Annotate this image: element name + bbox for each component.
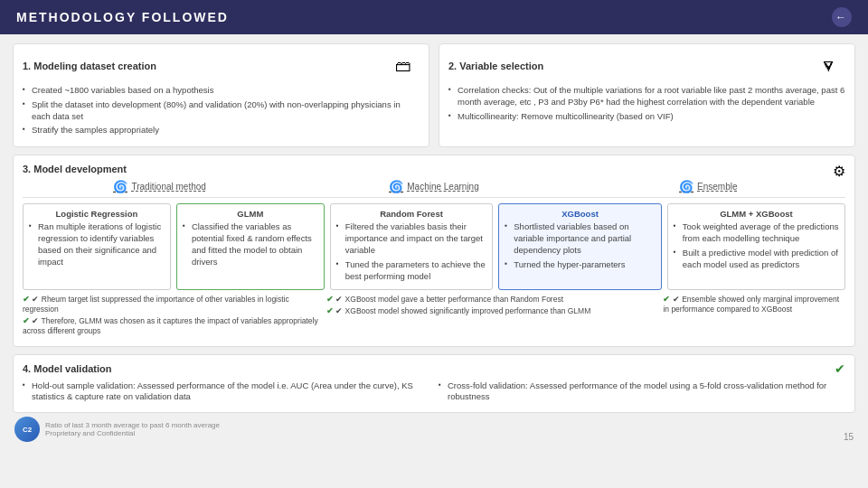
check-ml-2: ✔ ✔ XGBoost model showed significantly i… bbox=[326, 306, 658, 316]
method-traditional-icon: 🌀 bbox=[113, 180, 127, 193]
card-xgboost-bullets: Shortlisted variables based on variable … bbox=[505, 221, 656, 270]
method-ensemble: 🌀 Ensemble bbox=[571, 180, 845, 197]
card-rf: Random Forest Filtered the variables bas… bbox=[330, 203, 494, 290]
card-logistic: Logistic Regression Ran multiple iterati… bbox=[23, 203, 171, 290]
card-glmm: GLMM Classified the variables as potenti… bbox=[176, 203, 325, 290]
method-ensemble-icon: 🌀 bbox=[679, 180, 693, 193]
section4-header: 4. Model validation ✔ bbox=[23, 361, 845, 376]
card-xgboost: XGBoost Shortlisted variables based on v… bbox=[498, 203, 662, 290]
card-glmm-title: GLMM bbox=[183, 209, 318, 219]
card-ensemble-title: GLMM + XGBoost bbox=[674, 209, 839, 219]
main-content: 1. Modeling dataset creation 🗃 Created ~… bbox=[0, 34, 868, 488]
cards-row: Logistic Regression Ran multiple iterati… bbox=[23, 203, 845, 290]
section4-right-bullet-1: Cross-fold validation: Assessed performa… bbox=[439, 380, 845, 404]
card-xgboost-title: XGBoost bbox=[505, 209, 656, 219]
section3-icon: ⚙ bbox=[833, 163, 845, 180]
page-number: 15 bbox=[844, 432, 854, 442]
footer-left: C2 Ratio of last 3 month average to past… bbox=[14, 417, 220, 442]
card-rf-bullet-2: Tuned the parameters to achieve the best… bbox=[336, 259, 487, 283]
header-right: ← bbox=[832, 7, 852, 27]
methods-row: 🌀 Traditional method 🌀 Machine Learning … bbox=[23, 180, 845, 198]
card-rf-bullet-1: Filtered the variables basis their impor… bbox=[336, 221, 487, 256]
footer: C2 Ratio of last 3 month average to past… bbox=[13, 417, 855, 442]
section2-bullet-1: Correlation checks: Out of the multiple … bbox=[448, 85, 845, 108]
section1-icon: 🗃 bbox=[387, 52, 420, 80]
section2-box: 2. Variable selection ⛛ Correlation chec… bbox=[439, 43, 855, 147]
check-ens-1: ✔ ✔ Ensemble showed only marginal improv… bbox=[663, 295, 845, 314]
card-glmm-bullet: Classified the variables as potential fi… bbox=[183, 221, 318, 267]
logo: C2 bbox=[14, 417, 40, 442]
card-ensemble-bullets: Took weighted average of the predictions… bbox=[674, 221, 839, 270]
card-xgboost-bullet-2: Turned the hyper-parameters bbox=[505, 259, 656, 271]
checkmark-traditional: ✔ ✔ Rheum target list suppressed the imp… bbox=[23, 295, 321, 338]
section4-right: Cross-fold validation: Assessed performa… bbox=[439, 380, 845, 407]
section2-bullet-2: Multicollinearity: Remove multicollinear… bbox=[448, 111, 845, 123]
section1-bullet-1: Created ~1800 variables based on a hypot… bbox=[23, 85, 420, 97]
section4-title: 4. Model validation bbox=[23, 363, 111, 374]
header-title: METHODOLOGY FOLLOWED bbox=[16, 10, 229, 24]
check-ml-1: ✔ ✔ XGBoost model gave a better performa… bbox=[326, 295, 658, 305]
check-trad-2: ✔ ✔ Therefore, GLMM was chosen as it cap… bbox=[23, 316, 321, 336]
section4-icon: ✔ bbox=[835, 361, 845, 376]
section1-title: 1. Modeling dataset creation bbox=[23, 61, 156, 71]
section4-box: 4. Model validation ✔ Hold-out sample va… bbox=[13, 354, 855, 414]
method-ml: 🌀 Machine Learning bbox=[297, 180, 571, 197]
card-rf-title: Random Forest bbox=[336, 209, 487, 219]
footer-confidential: Proprietary and Confidential bbox=[45, 429, 220, 437]
card-xgboost-bullet-1: Shortlisted variables based on variable … bbox=[505, 221, 656, 256]
section2-header: 2. Variable selection ⛛ bbox=[448, 52, 845, 80]
method-traditional-label: Traditional method bbox=[131, 182, 205, 192]
nav-back-button[interactable]: ← bbox=[832, 7, 852, 27]
section1-box: 1. Modeling dataset creation 🗃 Created ~… bbox=[13, 43, 429, 147]
method-ensemble-label: Ensemble bbox=[697, 182, 737, 192]
section4-left: Hold-out sample validation: Assessed per… bbox=[23, 380, 429, 407]
footer-notes: Ratio of last 3 month average to past 6 … bbox=[45, 421, 220, 437]
section3-box: 3. Model development ⚙ 🌀 Traditional met… bbox=[13, 155, 855, 346]
card-logistic-title: Logistic Regression bbox=[29, 209, 165, 219]
section3-header: 3. Model development ⚙ bbox=[23, 163, 845, 180]
section4-content: Hold-out sample validation: Assessed per… bbox=[23, 380, 845, 407]
check-trad-1: ✔ ✔ Rheum target list suppressed the imp… bbox=[23, 295, 321, 314]
card-logistic-bullet: Ran multiple iterations of logistic regr… bbox=[29, 221, 165, 267]
section1-bullet-2: Split the dataset into development (80%)… bbox=[23, 99, 420, 123]
section1-bullets: Created ~1800 variables based on a hypot… bbox=[23, 85, 420, 136]
checkmarks-row: ✔ ✔ Rheum target list suppressed the imp… bbox=[23, 295, 845, 338]
footer-note: Ratio of last 3 month average to past 6 … bbox=[45, 421, 220, 429]
card-logistic-bullets: Ran multiple iterations of logistic regr… bbox=[29, 221, 165, 267]
section2-bullets: Correlation checks: Out of the multiple … bbox=[448, 85, 845, 122]
method-traditional: 🌀 Traditional method bbox=[23, 180, 297, 197]
card-rf-bullets: Filtered the variables basis their impor… bbox=[336, 221, 487, 282]
checkmark-ml: ✔ ✔ XGBoost model gave a better performa… bbox=[326, 295, 658, 338]
section4-left-bullets: Hold-out sample validation: Assessed per… bbox=[23, 380, 429, 404]
card-ensemble: GLMM + XGBoost Took weighted average of … bbox=[667, 203, 845, 290]
method-ml-icon: 🌀 bbox=[389, 180, 403, 193]
section1-bullet-3: Stratify the samples appropriately bbox=[23, 125, 420, 136]
section3-title: 3. Model development bbox=[23, 164, 127, 174]
section2-title: 2. Variable selection bbox=[448, 61, 543, 71]
header: METHODOLOGY FOLLOWED ← bbox=[0, 0, 868, 34]
card-glmm-bullets: Classified the variables as potential fi… bbox=[183, 221, 318, 267]
section2-icon: ⛛ bbox=[813, 52, 845, 80]
section4-right-bullets: Cross-fold validation: Assessed performa… bbox=[439, 380, 845, 404]
method-ml-label: Machine Learning bbox=[407, 182, 479, 192]
card-ensemble-bullet-1: Took weighted average of the predictions… bbox=[674, 221, 839, 245]
section1-header: 1. Modeling dataset creation 🗃 bbox=[23, 52, 420, 80]
top-row: 1. Modeling dataset creation 🗃 Created ~… bbox=[13, 43, 855, 147]
card-ensemble-bullet-2: Built a predictive model with prediction… bbox=[674, 248, 839, 271]
section4-left-bullet-1: Hold-out sample validation: Assessed per… bbox=[23, 380, 429, 404]
checkmark-ensemble: ✔ ✔ Ensemble showed only marginal improv… bbox=[663, 295, 845, 338]
